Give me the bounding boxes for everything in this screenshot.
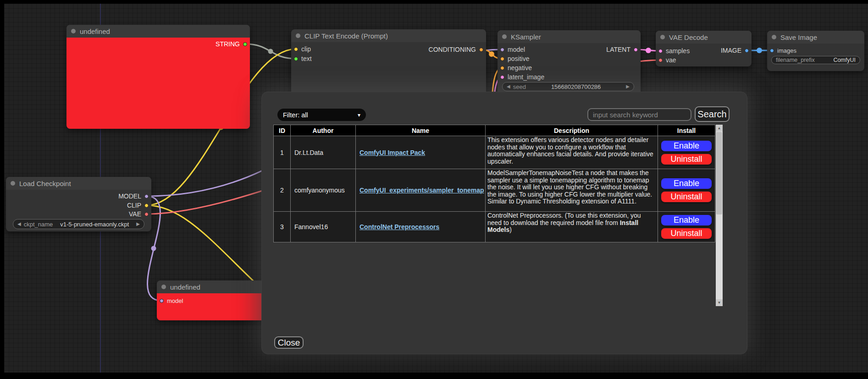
input-slot-negative[interactable]: negative bbox=[500, 63, 532, 72]
conditioning-slot-icon[interactable] bbox=[500, 66, 504, 70]
widget-value[interactable]: ComfyUI bbox=[818, 57, 856, 63]
image-slot-icon[interactable] bbox=[745, 49, 749, 53]
cell-name: ComfyUI Impact Pack bbox=[356, 136, 486, 169]
collapse-dot-icon[interactable] bbox=[161, 285, 166, 289]
cell-description: ModelSamplerTonemapNoiseTest a node that… bbox=[486, 169, 658, 212]
scrollbar-thumb[interactable] bbox=[716, 132, 722, 214]
output-slot-image[interactable]: IMAGE bbox=[721, 46, 749, 55]
table-scrollbar[interactable]: ▲ ▼ bbox=[716, 125, 723, 306]
enable-button[interactable]: Enable bbox=[661, 140, 712, 152]
model-slot-icon[interactable] bbox=[500, 48, 504, 52]
collapse-dot-icon[interactable] bbox=[502, 34, 507, 39]
extension-table: ID Author Name Description Install 1 Dr.… bbox=[273, 125, 715, 242]
collapse-dot-icon[interactable] bbox=[296, 33, 300, 38]
cell-description: This extension offers various detector n… bbox=[486, 136, 658, 169]
output-slot-conditioning[interactable]: CONDITIONING bbox=[429, 45, 483, 54]
collapse-dot-icon[interactable] bbox=[772, 35, 776, 39]
scroll-down-icon[interactable]: ▼ bbox=[716, 299, 723, 306]
input-slot-vae[interactable]: vae bbox=[658, 55, 676, 65]
conditioning-slot-icon[interactable] bbox=[479, 48, 483, 52]
increment-arrow-icon[interactable]: ▶ bbox=[626, 84, 630, 89]
image-slot-icon[interactable] bbox=[770, 49, 774, 53]
column-header-id: ID bbox=[274, 125, 291, 136]
model-slot-icon[interactable] bbox=[144, 194, 149, 198]
filter-dropdown[interactable]: Filter: all ▾ bbox=[277, 109, 366, 121]
uninstall-button[interactable]: Uninstall bbox=[661, 191, 712, 203]
seed-widget[interactable]: ◀ seed 156680208700286 ▶ bbox=[502, 82, 634, 91]
extension-table-scroll-area: ID Author Name Description Install 1 Dr.… bbox=[273, 125, 723, 306]
input-slot-samples[interactable]: samples bbox=[658, 46, 690, 55]
node-title-bar[interactable]: CLIP Text Encode (Prompt) bbox=[291, 29, 486, 42]
node-title-bar[interactable]: VAE Decode bbox=[656, 31, 752, 44]
search-button[interactable]: Search bbox=[695, 106, 730, 122]
clip-slot-icon[interactable] bbox=[144, 203, 149, 208]
extension-link[interactable]: ComfyUI_experiments/sampler_tonemap bbox=[359, 187, 484, 194]
node-title-bar[interactable]: KSampler bbox=[498, 30, 641, 43]
uninstall-button[interactable]: Uninstall bbox=[661, 228, 712, 239]
decrement-arrow-icon[interactable]: ◀ bbox=[17, 222, 21, 226]
graph-canvas[interactable]: undefined STRING CLIP Text Encode (Promp… bbox=[4, 4, 868, 373]
output-slot-vae[interactable]: VAE bbox=[129, 209, 149, 219]
increment-arrow-icon[interactable]: ▶ bbox=[136, 222, 140, 226]
input-slot-positive[interactable]: positive bbox=[500, 54, 529, 63]
node-load-checkpoint[interactable]: Load Checkpoint MODEL CLIP VAE ◀ ckpt_na… bbox=[6, 177, 151, 231]
collapse-dot-icon[interactable] bbox=[71, 29, 76, 33]
input-slot-model[interactable]: model bbox=[160, 296, 183, 305]
output-slot-clip[interactable]: CLIP bbox=[127, 201, 149, 210]
extension-manager-dialog: Filter: all ▾ Search ID Author Name Desc… bbox=[261, 92, 747, 354]
node-title: Load Checkpoint bbox=[19, 180, 71, 187]
extension-link[interactable]: ComfyUI Impact Pack bbox=[359, 149, 425, 156]
column-header-install: Install bbox=[658, 125, 715, 136]
output-slot-model[interactable]: MODEL bbox=[118, 192, 149, 201]
column-header-description: Description bbox=[486, 125, 658, 136]
conditioning-slot-icon[interactable] bbox=[500, 57, 504, 61]
latent-slot-icon[interactable] bbox=[658, 49, 663, 53]
app-window: undefined STRING CLIP Text Encode (Promp… bbox=[0, 0, 868, 379]
filename-prefix-widget[interactable]: filename_prefix ComfyUI bbox=[771, 56, 860, 64]
node-title-bar[interactable]: Save Image bbox=[767, 31, 864, 44]
node-title-bar[interactable]: Load Checkpoint bbox=[6, 177, 151, 190]
cell-name: ControlNet Preprocessors bbox=[356, 212, 486, 242]
input-slot-clip[interactable]: clip bbox=[294, 44, 311, 54]
enable-button[interactable]: Enable bbox=[661, 178, 712, 189]
model-slot-icon[interactable] bbox=[160, 299, 164, 303]
widget-value[interactable]: v1-5-pruned-emaonly.ckpt bbox=[55, 221, 133, 228]
input-slot-latent-image[interactable]: latent_image bbox=[500, 72, 544, 82]
input-slot-model[interactable]: model bbox=[500, 45, 525, 54]
input-slot-images[interactable]: images bbox=[770, 46, 796, 55]
cell-name: ComfyUI_experiments/sampler_tonemap bbox=[356, 169, 486, 212]
node-vae-decode[interactable]: VAE Decode samples vae IMAGE bbox=[656, 31, 752, 66]
node-save-image[interactable]: Save Image images filename_prefix ComfyU… bbox=[767, 31, 864, 71]
extension-link[interactable]: ControlNet Preprocessors bbox=[359, 223, 439, 231]
node-undefined-top[interactable]: undefined STRING bbox=[66, 25, 250, 129]
collapse-dot-icon[interactable] bbox=[11, 181, 15, 186]
node-title-bar[interactable]: undefined bbox=[66, 25, 250, 38]
table-row: 3 Fannovel16 ControlNet Preprocessors Co… bbox=[274, 212, 715, 242]
input-slot-text[interactable]: text bbox=[294, 54, 312, 63]
widget-label: filename_prefix bbox=[776, 57, 815, 63]
vae-slot-icon[interactable] bbox=[658, 58, 663, 62]
node-body bbox=[66, 38, 250, 129]
enable-button[interactable]: Enable bbox=[661, 214, 712, 226]
cell-id: 1 bbox=[274, 136, 291, 169]
close-button[interactable]: Close bbox=[274, 336, 304, 349]
text-slot-icon[interactable] bbox=[294, 57, 298, 61]
search-input[interactable] bbox=[587, 108, 691, 121]
clip-slot-icon[interactable] bbox=[294, 47, 298, 51]
ckpt-name-widget[interactable]: ◀ ckpt_name v1-5-pruned-emaonly.ckpt ▶ bbox=[13, 219, 144, 229]
node-title: Save Image bbox=[780, 33, 817, 41]
latent-slot-icon[interactable] bbox=[500, 75, 504, 79]
collapse-dot-icon[interactable] bbox=[660, 35, 665, 39]
widget-label: seed bbox=[513, 83, 526, 90]
uninstall-button[interactable]: Uninstall bbox=[661, 154, 712, 165]
decrement-arrow-icon[interactable]: ◀ bbox=[507, 84, 510, 89]
output-slot-latent[interactable]: LATENT bbox=[606, 45, 638, 54]
output-slot-string[interactable]: STRING bbox=[216, 39, 247, 49]
string-slot-icon[interactable] bbox=[243, 42, 247, 46]
widget-label: ckpt_name bbox=[24, 221, 53, 228]
vae-slot-icon[interactable] bbox=[144, 212, 149, 216]
table-row: 2 comfyanonymous ComfyUI_experiments/sam… bbox=[274, 169, 715, 212]
widget-value[interactable]: 156680208700286 bbox=[529, 83, 623, 90]
latent-slot-icon[interactable] bbox=[634, 48, 638, 52]
scroll-up-icon[interactable]: ▲ bbox=[716, 125, 723, 132]
